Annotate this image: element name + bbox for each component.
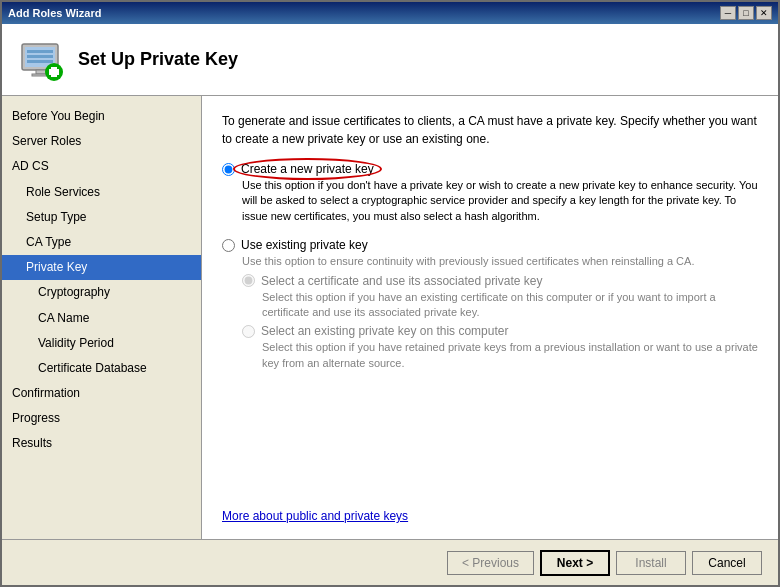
option-use-existing-row: Use existing private key — [222, 238, 758, 252]
sub-option-select-cert: Select a certificate and use its associa… — [242, 274, 758, 321]
select-cert-radio[interactable] — [242, 274, 255, 287]
sidebar: Before You Begin Server Roles AD CS Role… — [2, 96, 202, 539]
sidebar-item-cryptography[interactable]: Cryptography — [2, 280, 201, 305]
sidebar-item-ca-type[interactable]: CA Type — [2, 230, 201, 255]
create-new-desc: Use this option if you don't have a priv… — [242, 178, 758, 224]
sidebar-item-confirmation[interactable]: Confirmation — [2, 381, 201, 406]
select-existing-radio[interactable] — [242, 325, 255, 338]
select-cert-desc: Select this option if you have an existi… — [262, 290, 758, 321]
sidebar-item-validity-period[interactable]: Validity Period — [2, 331, 201, 356]
sub-option-select-existing: Select an existing private key on this c… — [242, 324, 758, 371]
minimize-button[interactable]: ─ — [720, 6, 736, 20]
server-add-icon — [18, 36, 66, 84]
maximize-button[interactable]: □ — [738, 6, 754, 20]
create-new-radio[interactable] — [222, 163, 235, 176]
sub-option-select-cert-row: Select a certificate and use its associa… — [242, 274, 758, 288]
sidebar-item-before-you-begin[interactable]: Before You Begin — [2, 104, 201, 129]
more-link-container: More about public and private keys — [222, 489, 758, 523]
wizard-footer: < Previous Next > Install Cancel — [2, 539, 778, 585]
use-existing-desc: Use this option to ensure continuity wit… — [242, 254, 758, 269]
install-button[interactable]: Install — [616, 551, 686, 575]
wizard-body: Before You Begin Server Roles AD CS Role… — [2, 96, 778, 539]
radio-group: Create a new private key Use this option… — [222, 162, 758, 371]
sidebar-item-private-key[interactable]: Private Key — [2, 255, 201, 280]
select-existing-label: Select an existing private key on this c… — [261, 324, 508, 338]
select-existing-desc: Select this option if you have retained … — [262, 340, 758, 371]
header-icon-container — [18, 36, 66, 84]
next-button[interactable]: Next > — [540, 550, 610, 576]
svg-rect-6 — [49, 69, 59, 75]
sidebar-item-progress[interactable]: Progress — [2, 406, 201, 431]
sidebar-item-server-roles[interactable]: Server Roles — [2, 129, 201, 154]
svg-rect-9 — [27, 60, 53, 63]
sidebar-item-ad-cs[interactable]: AD CS — [2, 154, 201, 179]
sidebar-item-ca-name[interactable]: CA Name — [2, 306, 201, 331]
option-use-existing: Use existing private key Use this option… — [222, 238, 758, 371]
cancel-button[interactable]: Cancel — [692, 551, 762, 575]
svg-rect-7 — [27, 50, 53, 53]
option-create-new: Create a new private key Use this option… — [222, 162, 758, 224]
select-cert-label: Select a certificate and use its associa… — [261, 274, 542, 288]
title-bar-controls: ─ □ ✕ — [720, 6, 772, 20]
sidebar-item-results[interactable]: Results — [2, 431, 201, 456]
sidebar-item-setup-type[interactable]: Setup Type — [2, 205, 201, 230]
sub-radio-group: Select a certificate and use its associa… — [242, 274, 758, 372]
more-about-keys-link[interactable]: More about public and private keys — [222, 509, 408, 523]
use-existing-label[interactable]: Use existing private key — [241, 238, 368, 252]
previous-button[interactable]: < Previous — [447, 551, 534, 575]
use-existing-radio[interactable] — [222, 239, 235, 252]
create-new-label[interactable]: Create a new private key — [241, 162, 374, 176]
window-title: Add Roles Wizard — [8, 7, 101, 19]
sidebar-item-certificate-database[interactable]: Certificate Database — [2, 356, 201, 381]
title-bar: Add Roles Wizard ─ □ ✕ — [2, 2, 778, 24]
wizard-header: Set Up Private Key — [2, 24, 778, 96]
wizard-title: Set Up Private Key — [78, 49, 238, 70]
sidebar-item-role-services[interactable]: Role Services — [2, 180, 201, 205]
intro-text: To generate and issue certificates to cl… — [222, 112, 758, 148]
svg-rect-8 — [27, 55, 53, 58]
close-button[interactable]: ✕ — [756, 6, 772, 20]
wizard-window: Add Roles Wizard ─ □ ✕ — [0, 0, 780, 587]
option-create-new-row: Create a new private key — [222, 162, 758, 176]
sub-option-select-existing-row: Select an existing private key on this c… — [242, 324, 758, 338]
content-area: To generate and issue certificates to cl… — [202, 96, 778, 539]
